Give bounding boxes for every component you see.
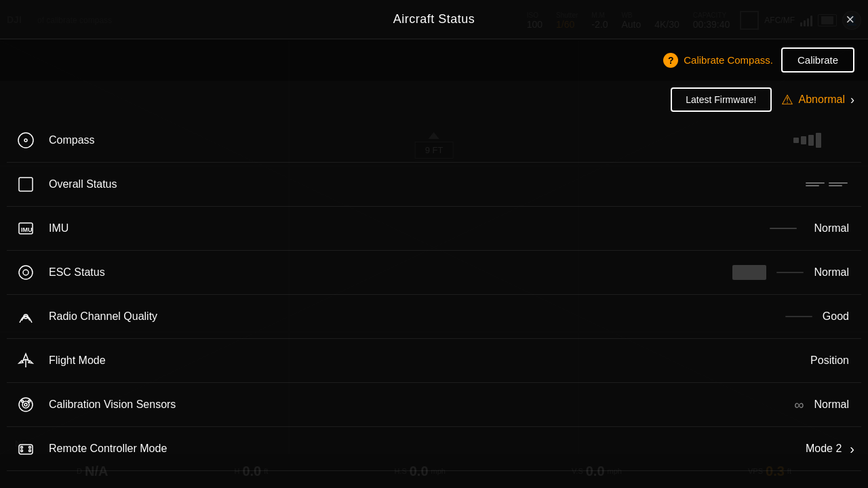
vision-value: Normal xyxy=(814,399,849,411)
remote-chevron-icon: › xyxy=(850,441,854,457)
status-item-compass[interactable]: Compass xyxy=(7,119,861,163)
svg-point-19 xyxy=(23,270,28,275)
esc-icon xyxy=(14,260,38,285)
firmware-status-row: Latest Firmware! ⚠ Abnormal › xyxy=(0,81,868,119)
overall-status-label: Overall Status xyxy=(49,178,806,190)
calibrate-button[interactable]: Calibrate xyxy=(781,47,854,73)
overall-status-icon xyxy=(14,172,38,197)
svg-text:IMU: IMU xyxy=(21,226,33,233)
status-item-vision[interactable]: Calibration Vision Sensors ∞ Normal xyxy=(7,383,861,427)
status-list: Compass Overall Status xyxy=(0,119,868,471)
compass-signal-bars xyxy=(793,130,848,150)
chevron-right-icon: › xyxy=(850,93,854,107)
svg-point-31 xyxy=(21,447,23,449)
aircraft-status-modal: Aircraft Status × ? Calibrate Compass. C… xyxy=(0,0,868,488)
esc-label: ESC Status xyxy=(49,266,732,279)
remote-value: Mode 2 xyxy=(806,443,842,455)
vision-sensors-icon xyxy=(14,392,38,417)
svg-point-29 xyxy=(28,401,31,403)
infinity-icon: ∞ xyxy=(794,397,804,413)
svg-point-8 xyxy=(24,139,27,142)
abnormal-status[interactable]: ⚠ Abnormal › xyxy=(781,92,854,108)
status-item-esc[interactable]: ESC Status Normal xyxy=(7,251,861,295)
status-item-flight-mode[interactable]: Flight Mode Position xyxy=(7,339,861,383)
overall-status-controls xyxy=(806,178,848,191)
esc-value: Normal xyxy=(814,266,849,279)
vision-label: Calibration Vision Sensors xyxy=(49,399,794,411)
compass-label: Compass xyxy=(49,134,793,146)
esc-signal-bar xyxy=(776,272,804,273)
imu-bars xyxy=(770,228,807,229)
flight-mode-value: Position xyxy=(810,354,849,367)
svg-point-28 xyxy=(22,401,24,403)
warning-triangle-icon: ⚠ xyxy=(781,92,793,108)
imu-value: Normal xyxy=(814,222,849,235)
status-item-remote[interactable]: Remote Controller Mode Mode 2 › xyxy=(7,427,861,471)
remote-controller-icon xyxy=(14,436,38,461)
calibrate-alert-row: ? Calibrate Compass. Calibrate xyxy=(0,39,868,81)
svg-rect-13 xyxy=(19,178,33,191)
imu-icon: IMU xyxy=(14,216,38,241)
status-item-imu[interactable]: IMU IMU Normal xyxy=(7,207,861,251)
svg-point-34 xyxy=(29,450,31,452)
alert-question-icon: ? xyxy=(663,53,678,68)
svg-point-33 xyxy=(21,450,23,452)
svg-point-7 xyxy=(18,133,33,148)
remote-label: Remote Controller Mode xyxy=(49,443,806,455)
flight-mode-icon xyxy=(14,348,38,373)
status-item-overall[interactable]: Overall Status xyxy=(7,163,861,207)
calibrate-message: Calibrate Compass. xyxy=(684,54,773,66)
svg-point-27 xyxy=(24,403,27,406)
radio-channel-icon xyxy=(14,304,38,329)
imu-label: IMU xyxy=(49,222,770,235)
calibrate-alert-content: ? Calibrate Compass. xyxy=(663,53,773,68)
firmware-button[interactable]: Latest Firmware! xyxy=(671,87,771,112)
svg-point-32 xyxy=(29,447,31,449)
modal-header: Aircraft Status × xyxy=(0,0,868,39)
abnormal-text: Abnormal xyxy=(799,94,845,106)
radio-value: Good xyxy=(823,310,849,323)
radio-signal-bar xyxy=(785,316,812,317)
svg-point-18 xyxy=(19,266,33,279)
compass-icon xyxy=(14,128,38,152)
status-item-radio[interactable]: Radio Channel Quality Good xyxy=(7,295,861,339)
radio-label: Radio Channel Quality xyxy=(49,310,785,323)
svg-point-25 xyxy=(19,398,33,411)
esc-bar-visual xyxy=(732,265,766,280)
flight-mode-label: Flight Mode xyxy=(49,354,810,367)
modal-title: Aircraft Status xyxy=(393,12,475,26)
close-button[interactable]: × xyxy=(846,11,854,28)
